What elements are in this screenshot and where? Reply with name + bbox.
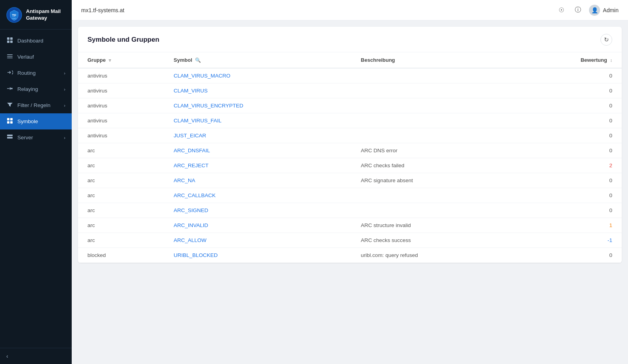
symbol-link[interactable]: ARC_NA — [174, 177, 195, 183]
cell-symbol[interactable]: ARC_SIGNED — [164, 203, 351, 218]
cell-beschreibung: ARC DNS error — [351, 143, 511, 158]
sidebar-item-dashboard[interactable]: Dashboard — [0, 33, 72, 49]
table-row: arc ARC_INVALID ARC structure invalid 1 — [78, 218, 622, 233]
symbol-link[interactable]: CLAM_VIRUS — [174, 88, 208, 94]
symbol-link[interactable]: URIBL_BLOCKED — [174, 252, 218, 258]
cell-symbol[interactable]: ARC_DNSFAIL — [164, 143, 351, 158]
svg-rect-9 — [7, 58, 13, 59]
sidebar-item-routing[interactable]: Routing › — [0, 65, 72, 81]
cell-symbol[interactable]: JUST_EICAR — [164, 128, 351, 143]
eye-icon: ☉ — [559, 6, 564, 14]
svg-rect-6 — [10, 41, 13, 43]
cell-symbol[interactable]: ARC_NA — [164, 173, 351, 188]
sidebar-item-server[interactable]: Server › — [0, 129, 72, 146]
relaying-chevron-icon: › — [64, 87, 65, 92]
cell-gruppe: antivirus — [78, 83, 164, 98]
cell-beschreibung — [351, 68, 511, 83]
symbol-link[interactable]: ARC_SIGNED — [174, 207, 208, 213]
cell-gruppe: arc — [78, 158, 164, 173]
table-row: antivirus CLAM_VIRUS_ENCRYPTED 0 — [78, 98, 622, 113]
cell-gruppe: antivirus — [78, 113, 164, 128]
sidebar-nav: Dashboard Verlauf Routing › Relaying › F… — [0, 30, 72, 348]
svg-rect-11 — [7, 118, 9, 120]
col-symbol-label: Symbol — [174, 57, 192, 63]
cell-beschreibung: ARC structure invalid — [351, 218, 511, 233]
symbol-link[interactable]: ARC_ALLOW — [174, 237, 206, 243]
symbol-link[interactable]: ARC_DNSFAIL — [174, 148, 210, 153]
sidebar: TF AMG Antispam Mail Gateway Dashboard V… — [0, 0, 72, 364]
table-row: arc ARC_SIGNED 0 — [78, 203, 622, 218]
cell-beschreibung: ARC signature absent — [351, 173, 511, 188]
symbol-link[interactable]: CLAM_VIRUS_MACRO — [174, 73, 230, 79]
cell-symbol[interactable]: CLAM_VIRUS_MACRO — [164, 68, 351, 83]
sidebar-item-relaying[interactable]: Relaying › — [0, 81, 72, 97]
table-header-row: Gruppe ▿ Symbol 🔍 Beschreibung — [78, 52, 622, 68]
preview-button[interactable]: ☉ — [556, 5, 567, 16]
svg-rect-7 — [7, 54, 13, 55]
symbol-link[interactable]: CLAM_VIRUS_FAIL — [174, 118, 222, 124]
col-symbol: Symbol 🔍 — [164, 52, 351, 68]
main-area: mx1.tf-systems.at ☉ ⓘ 👤 Admin Symbole un… — [72, 0, 628, 364]
cell-symbol[interactable]: ARC_ALLOW — [164, 233, 351, 248]
cell-gruppe: arc — [78, 218, 164, 233]
cell-beschreibung: ARC checks failed — [351, 158, 511, 173]
cell-bewertung: 0 — [511, 188, 622, 203]
cell-gruppe: arc — [78, 173, 164, 188]
svg-text:TF: TF — [12, 13, 17, 17]
cell-symbol[interactable]: ARC_REJECT — [164, 158, 351, 173]
filter-chevron-icon: › — [64, 103, 65, 108]
symbol-link[interactable]: CLAM_VIRUS_ENCRYPTED — [174, 103, 243, 109]
collapse-icon: ‹ — [6, 353, 8, 359]
symbol-link[interactable]: ARC_CALLBACK — [174, 192, 216, 198]
cell-bewertung: 1 — [511, 218, 622, 233]
user-menu[interactable]: 👤 Admin — [589, 5, 619, 16]
svg-rect-4 — [10, 37, 13, 40]
header-actions: ☉ ⓘ 👤 Admin — [556, 5, 619, 16]
gruppe-filter-icon[interactable]: ▿ — [109, 58, 111, 63]
symbol-link[interactable]: ARC_REJECT — [174, 163, 209, 168]
sidebar-item-filter[interactable]: Filter / Regeln › — [0, 97, 72, 113]
cell-symbol[interactable]: CLAM_VIRUS_FAIL — [164, 113, 351, 128]
cell-gruppe: arc — [78, 188, 164, 203]
card-title: Symbole und Gruppen — [87, 36, 159, 44]
svg-point-17 — [11, 135, 12, 136]
cell-gruppe: arc — [78, 143, 164, 158]
refresh-button[interactable]: ↻ — [600, 34, 612, 46]
hostname: mx1.tf-systems.at — [81, 7, 124, 13]
table-row: arc ARC_NA ARC signature absent 0 — [78, 173, 622, 188]
sidebar-item-label: Routing — [17, 70, 36, 76]
cell-gruppe: antivirus — [78, 68, 164, 83]
cell-symbol[interactable]: CLAM_VIRUS — [164, 83, 351, 98]
sidebar-item-verlauf[interactable]: Verlauf — [0, 49, 72, 65]
table-head: Gruppe ▿ Symbol 🔍 Beschreibung — [78, 52, 622, 68]
sidebar-item-symbole[interactable]: Symbole — [0, 113, 72, 129]
table-row: arc ARC_CALLBACK 0 — [78, 188, 622, 203]
info-icon: ⓘ — [575, 6, 581, 14]
cell-gruppe: antivirus — [78, 128, 164, 143]
symbole-nav-icon — [6, 118, 13, 125]
col-gruppe: Gruppe ▿ — [78, 52, 164, 68]
verlauf-nav-icon — [6, 53, 13, 61]
col-beschreibung: Beschreibung — [351, 52, 511, 68]
cell-bewertung: 0 — [511, 113, 622, 128]
routing-chevron-icon: › — [64, 71, 65, 76]
dashboard-nav-icon — [6, 37, 13, 44]
cell-bewertung: 0 — [511, 143, 622, 158]
cell-symbol[interactable]: ARC_INVALID — [164, 218, 351, 233]
avatar: 👤 — [589, 5, 600, 16]
cell-symbol[interactable]: CLAM_VIRUS_ENCRYPTED — [164, 98, 351, 113]
symbol-link[interactable]: JUST_EICAR — [174, 133, 206, 139]
cell-bewertung: 0 — [511, 248, 622, 263]
cell-bewertung: 0 — [511, 173, 622, 188]
symbol-link[interactable]: ARC_INVALID — [174, 222, 208, 228]
symbol-search-icon[interactable]: 🔍 — [195, 57, 201, 63]
bewertung-sort-icon[interactable]: ↕ — [610, 58, 613, 63]
cell-symbol[interactable]: ARC_CALLBACK — [164, 188, 351, 203]
cell-bewertung: 0 — [511, 203, 622, 218]
info-button[interactable]: ⓘ — [572, 5, 583, 16]
refresh-icon: ↻ — [604, 36, 609, 43]
sidebar-collapse-button[interactable]: ‹ — [0, 348, 72, 364]
sidebar-item-label: Dashboard — [17, 38, 43, 44]
cell-symbol[interactable]: URIBL_BLOCKED — [164, 248, 351, 263]
sidebar-item-label: Filter / Regeln — [17, 102, 50, 108]
